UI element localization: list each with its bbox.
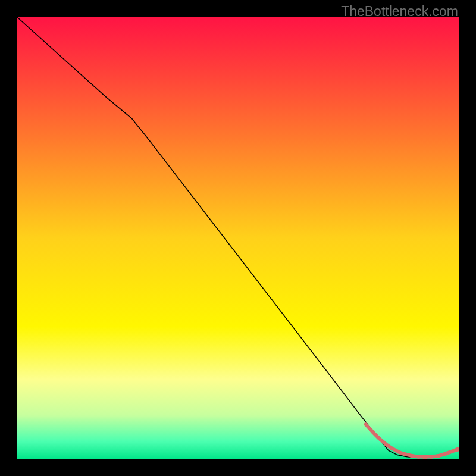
stage: TheBottleneck.com [0,0,476,476]
tail-end-dot [455,447,459,452]
chart-plot-area [17,17,459,459]
bottleneck-chart [17,17,459,459]
tail-marker [444,452,452,455]
gradient-background [17,17,459,459]
